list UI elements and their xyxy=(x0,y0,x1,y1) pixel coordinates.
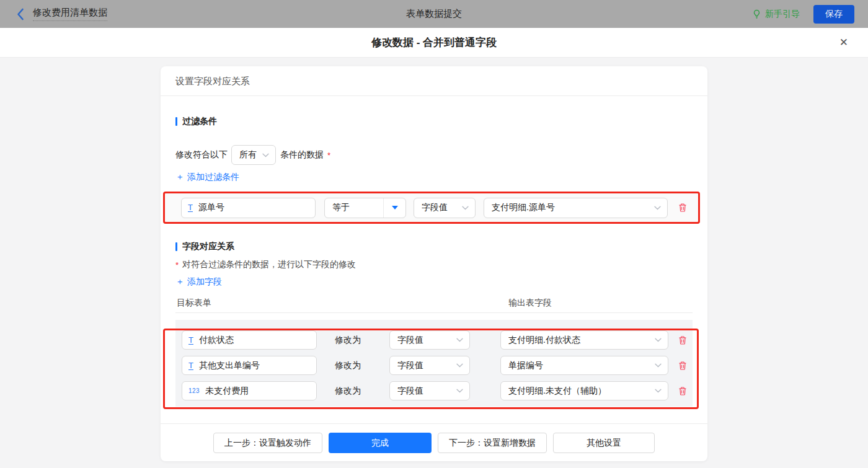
mapping-section-label: 字段对应关系 xyxy=(182,241,234,252)
modify-label: 修改为 xyxy=(335,335,363,346)
value-type-value: 字段值 xyxy=(397,360,451,371)
match-prefix: 修改符合以下 xyxy=(175,149,228,161)
filter-section-title: 过滤条件 xyxy=(175,117,693,126)
output-field-value: 支付明细.未支付（辅助） xyxy=(508,386,650,397)
required-mark: * xyxy=(175,260,179,270)
trash-icon[interactable] xyxy=(678,386,688,396)
page: 修改费用清单数据 表单数据提交 新手引导 保存 修改数据 - 合并到普通字段 ✕… xyxy=(0,0,868,468)
output-field-select[interactable]: 单据编号 xyxy=(500,356,668,375)
target-field-value: 未支付费用 xyxy=(205,386,249,397)
filter-value-type: 字段值 xyxy=(422,202,457,213)
lightbulb-icon xyxy=(752,9,761,19)
plus-icon: ＋ xyxy=(175,172,184,183)
save-button[interactable]: 保存 xyxy=(813,5,854,24)
dialog-header: 修改数据 - 合并到普通字段 ✕ xyxy=(0,28,868,58)
mapping-row: 123 未支付费用 修改为 字段值 支付明细.未支付（辅助） xyxy=(182,381,693,400)
chevron-down-icon xyxy=(462,206,469,210)
required-mark: * xyxy=(327,151,330,160)
text-field-icon: T xyxy=(188,336,193,345)
other-settings-button[interactable]: 其他设置 xyxy=(553,433,655,453)
target-field-input[interactable]: 123 未支付费用 xyxy=(182,381,317,400)
number-field-icon: 123 xyxy=(188,387,200,395)
mapping-rows-area: T 付款状态 修改为 字段值 支付明细.付款状态 xyxy=(175,320,693,407)
add-field-label: 添加字段 xyxy=(187,276,222,288)
value-type-select[interactable]: 字段值 xyxy=(389,381,470,400)
output-field-value: 支付明细.付款状态 xyxy=(508,335,650,346)
filter-value-type-select[interactable]: 字段值 xyxy=(414,198,476,218)
card-footer: 上一步：设置触发动作 完成 下一步：设置新增数据 其他设置 xyxy=(161,423,707,461)
filter-section-label: 过滤条件 xyxy=(182,116,217,127)
filter-field-input[interactable]: T 源单号 xyxy=(181,198,316,218)
column-output-field: 输出表字段 xyxy=(508,298,552,309)
guide-link[interactable]: 新手引导 xyxy=(752,9,800,20)
done-button[interactable]: 完成 xyxy=(329,433,432,453)
operator-select[interactable]: 等于 xyxy=(324,198,406,218)
chevron-down-icon xyxy=(655,338,662,342)
mapping-note-text: 对符合过滤条件的数据，进行以下字段的修改 xyxy=(182,259,356,270)
output-field-value: 单据编号 xyxy=(508,360,650,371)
topbar-left: 修改费用清单数据 xyxy=(16,7,107,21)
chevron-down-icon xyxy=(655,389,662,393)
card-body: 过滤条件 修改符合以下 所有 条件的数据 * ＋ 添加过滤条件 xyxy=(161,117,707,407)
close-icon[interactable]: ✕ xyxy=(839,37,848,49)
chevron-down-icon xyxy=(456,338,463,342)
mapping-section-title: 字段对应关系 xyxy=(175,242,693,252)
trash-icon[interactable] xyxy=(678,361,688,371)
target-field-input[interactable]: T 其他支出单编号 xyxy=(182,356,317,375)
mapping-table-head: 目标表单 输出表字段 xyxy=(175,298,693,307)
match-suffix: 条件的数据 xyxy=(280,149,324,161)
modify-label: 修改为 xyxy=(335,386,363,397)
output-field-select[interactable]: 支付明细.未支付（辅助） xyxy=(500,381,668,400)
add-field-link[interactable]: ＋ 添加字段 xyxy=(175,277,222,287)
chevron-down-icon xyxy=(655,363,662,368)
next-step-button[interactable]: 下一步：设置新增数据 xyxy=(438,433,547,453)
flow-name[interactable]: 修改费用清单数据 xyxy=(33,7,107,21)
mapping-row: T 其他支出单编号 修改为 字段值 单据编号 xyxy=(182,356,693,375)
target-field-value: 其他支出单编号 xyxy=(199,360,260,371)
value-type-value: 字段值 xyxy=(397,386,451,397)
value-type-select[interactable]: 字段值 xyxy=(389,330,470,350)
text-field-icon: T xyxy=(188,203,193,212)
add-filter-label: 添加过滤条件 xyxy=(187,172,239,183)
table-head-divider xyxy=(175,312,693,313)
trash-icon[interactable] xyxy=(678,335,688,345)
text-field-icon: T xyxy=(188,361,193,370)
mapping-note: * 对符合过滤条件的数据，进行以下字段的修改 xyxy=(175,260,693,270)
back-icon[interactable] xyxy=(16,8,24,20)
dialog-title: 修改数据 - 合并到普通字段 xyxy=(0,28,868,58)
match-mode-select[interactable]: 所有 xyxy=(231,145,276,165)
column-target-form: 目标表单 xyxy=(177,298,211,309)
triangle-down-icon xyxy=(392,206,398,210)
dialog-body: 设置字段对应关系 过滤条件 修改符合以下 所有 条件的数据 xyxy=(0,58,868,468)
filter-value-select[interactable]: 支付明细.源单号 xyxy=(484,198,668,218)
card-header: 设置字段对应关系 xyxy=(161,66,707,96)
match-mode-value: 所有 xyxy=(239,149,257,161)
filter-value: 支付明细.源单号 xyxy=(492,202,649,213)
value-type-select[interactable]: 字段值 xyxy=(389,356,470,375)
topbar: 修改费用清单数据 表单数据提交 新手引导 保存 xyxy=(0,0,868,28)
topbar-right: 新手引导 保存 xyxy=(752,5,854,24)
target-field-input[interactable]: T 付款状态 xyxy=(182,330,317,350)
section-bar-icon xyxy=(175,242,177,251)
chevron-down-icon xyxy=(456,389,463,393)
chevron-down-icon xyxy=(262,153,269,157)
prev-step-button[interactable]: 上一步：设置触发动作 xyxy=(213,433,322,453)
page-title: 表单数据提交 xyxy=(0,8,868,20)
target-field-value: 付款状态 xyxy=(199,335,234,346)
modify-label: 修改为 xyxy=(335,360,363,371)
chevron-down-icon xyxy=(456,363,463,368)
operator-dropdown-button[interactable] xyxy=(383,198,405,218)
mapping-row: T 付款状态 修改为 字段值 支付明细.付款状态 xyxy=(182,330,693,350)
value-type-value: 字段值 xyxy=(397,335,451,346)
add-filter-link[interactable]: ＋ 添加过滤条件 xyxy=(175,172,239,182)
operator-value: 等于 xyxy=(325,198,383,218)
output-field-select[interactable]: 支付明细.付款状态 xyxy=(500,330,668,350)
settings-card: 设置字段对应关系 过滤条件 修改符合以下 所有 条件的数据 xyxy=(161,66,707,461)
guide-label: 新手引导 xyxy=(765,9,800,20)
match-row: 修改符合以下 所有 条件的数据 * xyxy=(175,145,693,165)
section-bar-icon xyxy=(175,117,177,126)
chevron-down-icon xyxy=(654,206,661,210)
plus-icon: ＋ xyxy=(175,276,184,288)
filter-condition-row: T 源单号 等于 字段值 xyxy=(163,192,700,224)
trash-icon[interactable] xyxy=(678,203,688,213)
